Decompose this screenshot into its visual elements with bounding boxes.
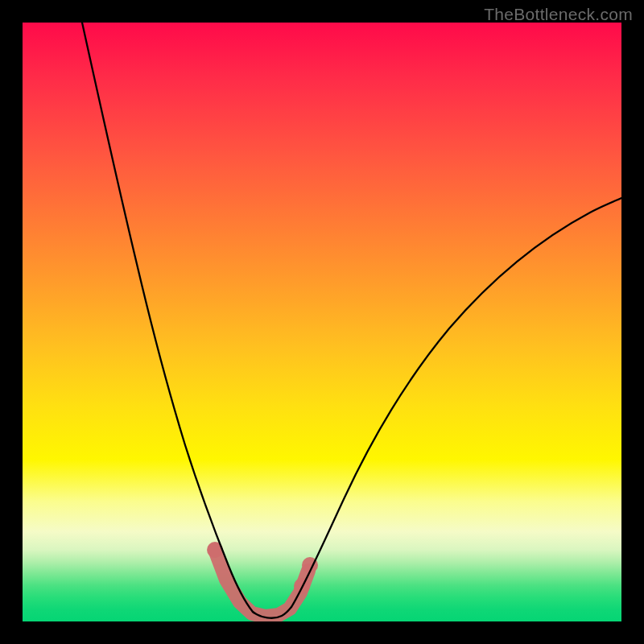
curve-layer <box>23 23 621 621</box>
curve-left-branch <box>82 23 253 612</box>
curve-right-branch <box>291 198 621 607</box>
outer-frame: TheBottleneck.com <box>0 0 644 644</box>
accent-path <box>215 550 308 617</box>
watermark-text: TheBottleneck.com <box>484 5 633 24</box>
plot-area <box>23 23 621 621</box>
